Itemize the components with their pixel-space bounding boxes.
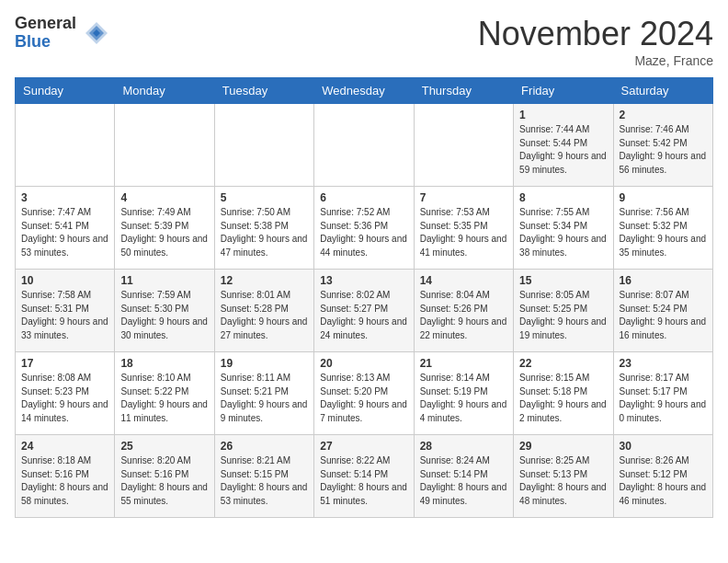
- table-row: 19Sunrise: 8:11 AM Sunset: 5:21 PM Dayli…: [214, 352, 313, 435]
- table-row: 7Sunrise: 7:53 AM Sunset: 5:35 PM Daylig…: [414, 187, 513, 270]
- day-info: Sunrise: 8:21 AM Sunset: 5:15 PM Dayligh…: [221, 454, 308, 508]
- day-number: 4: [120, 191, 208, 204]
- day-info: Sunrise: 7:47 AM Sunset: 5:41 PM Dayligh…: [21, 206, 108, 259]
- day-info: Sunrise: 7:50 AM Sunset: 5:38 PM Dayligh…: [221, 206, 308, 259]
- day-info: Sunrise: 8:11 AM Sunset: 5:21 PM Dayligh…: [221, 372, 308, 425]
- header-row: Sunday Monday Tuesday Wednesday Thursday…: [16, 78, 713, 104]
- table-row: 9Sunrise: 7:56 AM Sunset: 5:32 PM Daylig…: [613, 187, 712, 270]
- day-info: Sunrise: 7:58 AM Sunset: 5:31 PM Dayligh…: [21, 289, 108, 342]
- day-number: 3: [21, 191, 108, 204]
- day-info: Sunrise: 8:05 AM Sunset: 5:25 PM Dayligh…: [519, 289, 607, 342]
- day-info: Sunrise: 7:56 AM Sunset: 5:32 PM Dayligh…: [620, 206, 707, 259]
- table-row: [314, 104, 414, 187]
- day-info: Sunrise: 8:15 AM Sunset: 5:18 PM Dayligh…: [519, 372, 607, 425]
- table-row: 1Sunrise: 7:44 AM Sunset: 5:44 PM Daylig…: [514, 104, 613, 187]
- day-number: 13: [320, 274, 407, 287]
- table-row: 8Sunrise: 7:55 AM Sunset: 5:34 PM Daylig…: [514, 187, 613, 270]
- day-info: Sunrise: 8:17 AM Sunset: 5:17 PM Dayligh…: [620, 372, 707, 425]
- table-row: 20Sunrise: 8:13 AM Sunset: 5:20 PM Dayli…: [314, 352, 414, 435]
- logo-general-text: General: [15, 15, 76, 33]
- table-row: [214, 104, 313, 187]
- header-thursday: Thursday: [414, 78, 513, 104]
- day-number: 7: [420, 191, 507, 204]
- table-row: 6Sunrise: 7:52 AM Sunset: 5:36 PM Daylig…: [314, 187, 414, 270]
- logo-blue-text: Blue: [15, 33, 76, 52]
- table-row: [115, 104, 214, 187]
- day-number: 27: [320, 440, 407, 453]
- calendar-body: 1Sunrise: 7:44 AM Sunset: 5:44 PM Daylig…: [16, 104, 713, 518]
- day-info: Sunrise: 8:08 AM Sunset: 5:23 PM Dayligh…: [21, 372, 108, 425]
- day-number: 24: [21, 440, 108, 453]
- day-info: Sunrise: 7:55 AM Sunset: 5:34 PM Dayligh…: [519, 206, 607, 259]
- day-number: 17: [21, 357, 108, 370]
- day-info: Sunrise: 8:01 AM Sunset: 5:28 PM Dayligh…: [221, 289, 308, 342]
- header-tuesday: Tuesday: [214, 78, 313, 104]
- day-number: 11: [120, 274, 208, 287]
- table-row: 5Sunrise: 7:50 AM Sunset: 5:38 PM Daylig…: [214, 187, 313, 270]
- table-row: 23Sunrise: 8:17 AM Sunset: 5:17 PM Dayli…: [613, 352, 712, 435]
- day-number: 15: [519, 274, 607, 287]
- table-row: 13Sunrise: 8:02 AM Sunset: 5:27 PM Dayli…: [314, 270, 414, 352]
- table-row: 26Sunrise: 8:21 AM Sunset: 5:15 PM Dayli…: [214, 435, 313, 518]
- day-number: 14: [420, 274, 507, 287]
- title-area: November 2024 Maze, France: [478, 15, 713, 68]
- day-number: 20: [320, 357, 407, 370]
- day-number: 10: [21, 274, 108, 287]
- logo: General Blue: [15, 15, 109, 52]
- location: Maze, France: [478, 53, 713, 68]
- table-row: 25Sunrise: 8:20 AM Sunset: 5:16 PM Dayli…: [115, 435, 214, 518]
- day-number: 12: [221, 274, 308, 287]
- day-info: Sunrise: 8:20 AM Sunset: 5:16 PM Dayligh…: [120, 454, 208, 508]
- table-row: 17Sunrise: 8:08 AM Sunset: 5:23 PM Dayli…: [16, 352, 115, 435]
- table-row: 4Sunrise: 7:49 AM Sunset: 5:39 PM Daylig…: [115, 187, 214, 270]
- day-info: Sunrise: 8:04 AM Sunset: 5:26 PM Dayligh…: [420, 289, 507, 342]
- table-row: 28Sunrise: 8:24 AM Sunset: 5:14 PM Dayli…: [414, 435, 513, 518]
- day-info: Sunrise: 7:49 AM Sunset: 5:39 PM Dayligh…: [120, 206, 208, 259]
- day-number: 5: [221, 191, 308, 204]
- logo-icon: [84, 20, 109, 46]
- table-row: 10Sunrise: 7:58 AM Sunset: 5:31 PM Dayli…: [16, 270, 115, 352]
- day-number: 29: [519, 440, 607, 453]
- table-row: [414, 104, 513, 187]
- day-number: 23: [620, 357, 707, 370]
- calendar-row: 24Sunrise: 8:18 AM Sunset: 5:16 PM Dayli…: [16, 435, 713, 518]
- day-number: 16: [620, 274, 707, 287]
- table-row: 14Sunrise: 8:04 AM Sunset: 5:26 PM Dayli…: [414, 270, 513, 352]
- table-row: 16Sunrise: 8:07 AM Sunset: 5:24 PM Dayli…: [613, 270, 712, 352]
- day-number: 28: [420, 440, 507, 453]
- table-row: 22Sunrise: 8:15 AM Sunset: 5:18 PM Dayli…: [514, 352, 613, 435]
- table-row: 3Sunrise: 7:47 AM Sunset: 5:41 PM Daylig…: [16, 187, 115, 270]
- day-number: 1: [519, 109, 607, 121]
- table-row: 24Sunrise: 8:18 AM Sunset: 5:16 PM Dayli…: [16, 435, 115, 518]
- table-row: 30Sunrise: 8:26 AM Sunset: 5:12 PM Dayli…: [613, 435, 712, 518]
- table-row: 11Sunrise: 7:59 AM Sunset: 5:30 PM Dayli…: [115, 270, 214, 352]
- day-info: Sunrise: 7:46 AM Sunset: 5:42 PM Dayligh…: [620, 123, 707, 177]
- day-number: 18: [120, 357, 208, 370]
- day-number: 8: [519, 191, 607, 204]
- day-number: 6: [320, 191, 407, 204]
- day-number: 9: [620, 191, 707, 204]
- table-row: 18Sunrise: 8:10 AM Sunset: 5:22 PM Dayli…: [115, 352, 214, 435]
- table-row: 12Sunrise: 8:01 AM Sunset: 5:28 PM Dayli…: [214, 270, 313, 352]
- calendar-row: 10Sunrise: 7:58 AM Sunset: 5:31 PM Dayli…: [16, 270, 713, 352]
- day-info: Sunrise: 8:10 AM Sunset: 5:22 PM Dayligh…: [120, 372, 208, 425]
- table-row: 21Sunrise: 8:14 AM Sunset: 5:19 PM Dayli…: [414, 352, 513, 435]
- day-number: 21: [420, 357, 507, 370]
- table-row: 15Sunrise: 8:05 AM Sunset: 5:25 PM Dayli…: [514, 270, 613, 352]
- day-number: 26: [221, 440, 308, 453]
- day-number: 19: [221, 357, 308, 370]
- table-row: 2Sunrise: 7:46 AM Sunset: 5:42 PM Daylig…: [613, 104, 712, 187]
- header-saturday: Saturday: [613, 78, 712, 104]
- day-info: Sunrise: 8:18 AM Sunset: 5:16 PM Dayligh…: [21, 454, 108, 508]
- calendar-row: 1Sunrise: 7:44 AM Sunset: 5:44 PM Daylig…: [16, 104, 713, 187]
- day-info: Sunrise: 8:22 AM Sunset: 5:14 PM Dayligh…: [320, 454, 407, 508]
- calendar-table: Sunday Monday Tuesday Wednesday Thursday…: [15, 77, 713, 518]
- calendar-row: 3Sunrise: 7:47 AM Sunset: 5:41 PM Daylig…: [16, 187, 713, 270]
- calendar-row: 17Sunrise: 8:08 AM Sunset: 5:23 PM Dayli…: [16, 352, 713, 435]
- day-info: Sunrise: 8:02 AM Sunset: 5:27 PM Dayligh…: [320, 289, 407, 342]
- day-info: Sunrise: 8:25 AM Sunset: 5:13 PM Dayligh…: [519, 454, 607, 508]
- day-info: Sunrise: 8:24 AM Sunset: 5:14 PM Dayligh…: [420, 454, 507, 508]
- table-row: 29Sunrise: 8:25 AM Sunset: 5:13 PM Dayli…: [514, 435, 613, 518]
- header-friday: Friday: [514, 78, 613, 104]
- day-number: 30: [620, 440, 707, 453]
